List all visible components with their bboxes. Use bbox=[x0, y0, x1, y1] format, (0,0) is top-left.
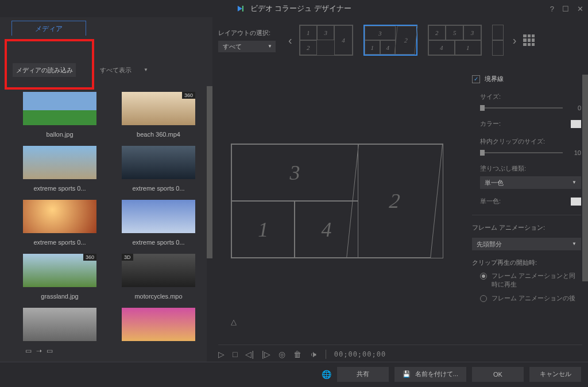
close-icon[interactable]: ✕ bbox=[577, 5, 583, 13]
layout-prev-icon[interactable]: ‹ bbox=[286, 34, 295, 47]
frame-anim-dropdown[interactable]: 先頭部分 bbox=[472, 238, 581, 250]
help-icon[interactable]: ? bbox=[550, 5, 554, 13]
media-thumbnail bbox=[23, 92, 96, 125]
layout-template-selected[interactable]: 3 1 4 2 bbox=[363, 25, 417, 56]
prev-frame-icon[interactable]: ◁| bbox=[245, 350, 254, 359]
media-thumbnail bbox=[122, 200, 195, 233]
layout-filter-dropdown[interactable]: すべて bbox=[218, 41, 276, 52]
layout-next-icon[interactable]: › bbox=[510, 34, 519, 47]
radio-label: フレーム アニメーションと同時に再生 bbox=[492, 272, 581, 289]
canvas-cell[interactable]: 2 bbox=[346, 144, 443, 258]
media-label: extreme sports 0... bbox=[132, 185, 184, 192]
media-item[interactable]: 3D motorcycles.mpo bbox=[116, 254, 201, 300]
app-logo-icon bbox=[237, 5, 247, 13]
media-item[interactable]: ballon.jpg bbox=[17, 92, 102, 138]
inner-clip-slider[interactable] bbox=[480, 152, 563, 153]
media-label: extreme sports 0... bbox=[33, 239, 86, 246]
layout-template[interactable]: 2 5 3 4 1 bbox=[428, 25, 482, 56]
bottom-bar: 🌐 共有 💾 名前を付けて... OK キャンセル bbox=[0, 362, 588, 386]
playback-bar: ▷ □ ◁| |▷ ◎ 🗑 🕩 00;00;00;00 bbox=[218, 345, 582, 359]
fill-type-label: 塗りつぶし種類: bbox=[480, 164, 581, 173]
single-color-swatch[interactable] bbox=[571, 198, 581, 206]
border-checkbox[interactable]: ✓ bbox=[472, 75, 480, 83]
inner-clip-value: 10 bbox=[567, 149, 581, 156]
layout-grid-icon[interactable] bbox=[523, 34, 535, 46]
badge-3d: 3D bbox=[122, 254, 133, 261]
size-value: 0 bbox=[567, 105, 581, 111]
radio-after[interactable] bbox=[480, 295, 487, 302]
media-item[interactable]: extreme sports 0... bbox=[17, 200, 102, 246]
marker-icon[interactable]: △ bbox=[231, 318, 237, 326]
color-swatch[interactable] bbox=[571, 120, 581, 128]
layout-label-block: レイアウトの選択: すべて bbox=[218, 29, 281, 52]
layout-label: レイアウトの選択: bbox=[218, 29, 281, 37]
svg-marker-0 bbox=[238, 6, 242, 11]
volume-icon[interactable]: 🕩 bbox=[310, 350, 318, 359]
design-panel: レイアウトの選択: すべて ‹ 1 2 3 4 3 1 4 2 bbox=[212, 17, 588, 362]
media-label: motorcycles.mpo bbox=[134, 293, 182, 300]
stop-icon[interactable]: □ bbox=[233, 350, 237, 359]
share-button[interactable]: 共有 bbox=[337, 367, 389, 382]
media-thumbnail: 3D bbox=[122, 254, 195, 287]
canvas-cell[interactable]: 1 bbox=[231, 201, 295, 258]
radio-simultaneous[interactable] bbox=[480, 273, 487, 280]
main-area: メディア メディアの読み込み すべて表示 ballon.jpg 360 beac… bbox=[0, 17, 588, 362]
media-item[interactable]: extreme sports 0... bbox=[116, 200, 201, 246]
color-row: カラー: bbox=[480, 119, 581, 128]
media-item[interactable]: 360 beach 360.mp4 bbox=[116, 92, 201, 138]
aspect-wide-icon[interactable]: ▭ bbox=[47, 347, 53, 355]
media-scrollbar[interactable] bbox=[207, 86, 212, 362]
tab-media[interactable]: メディア bbox=[11, 21, 86, 36]
media-item[interactable]: 360 grassland.jpg bbox=[17, 254, 102, 300]
slider-handle[interactable] bbox=[480, 150, 485, 156]
property-scrollbar[interactable] bbox=[582, 75, 588, 356]
media-thumbnail bbox=[23, 146, 96, 179]
media-thumbnail: 360 bbox=[23, 254, 96, 287]
media-label: beach 360.mp4 bbox=[137, 131, 180, 138]
media-label: extreme sports 0... bbox=[33, 185, 86, 192]
size-slider-row: 0 bbox=[480, 105, 581, 111]
cancel-button[interactable]: キャンセル bbox=[529, 367, 581, 382]
window-title: ビデオ コラージュ デザイナー bbox=[237, 3, 351, 14]
snapshot-icon[interactable]: ◎ bbox=[278, 350, 285, 359]
collage-canvas[interactable]: 3 1 4 2 bbox=[231, 144, 443, 258]
next-frame-icon[interactable]: |▷ bbox=[262, 350, 270, 359]
arrow-icon: ➝ bbox=[36, 347, 42, 355]
media-thumbnail bbox=[122, 308, 195, 341]
single-color-row: 単一色: bbox=[480, 197, 581, 206]
inner-clip-slider-row: 10 bbox=[480, 149, 581, 156]
canvas-cell[interactable]: 3 bbox=[231, 144, 358, 201]
media-item[interactable] bbox=[116, 308, 201, 341]
scrollbar-thumb[interactable] bbox=[582, 75, 588, 281]
radio-row-2[interactable]: フレーム アニメーションの後 bbox=[480, 294, 581, 303]
media-item[interactable]: extreme sports 0... bbox=[17, 146, 102, 192]
media-label: ballon.jpg bbox=[46, 131, 73, 138]
clip-start-label: クリップ再生の開始時: bbox=[472, 258, 581, 267]
radio-label: フレーム アニメーションの後 bbox=[492, 294, 575, 303]
border-label: 境界線 bbox=[485, 75, 504, 83]
radio-row-1[interactable]: フレーム アニメーションと同時に再生 bbox=[480, 272, 581, 289]
media-filter-dropdown[interactable]: すべて表示 bbox=[95, 63, 153, 77]
delete-icon[interactable]: 🗑 bbox=[293, 350, 301, 359]
media-item[interactable] bbox=[17, 308, 102, 341]
ok-button[interactable]: OK bbox=[472, 367, 524, 382]
import-media-button[interactable]: メディアの読み込み bbox=[13, 63, 76, 77]
window-controls: ? ☐ ✕ bbox=[550, 5, 583, 13]
media-item[interactable]: extreme sports 0... bbox=[116, 146, 201, 192]
save-as-button[interactable]: 💾 名前を付けて... bbox=[394, 367, 466, 382]
aspect-square-icon[interactable]: ▭ bbox=[25, 347, 32, 355]
slider-handle[interactable] bbox=[480, 105, 485, 111]
size-slider[interactable] bbox=[480, 107, 563, 109]
color-label: カラー: bbox=[480, 119, 501, 128]
fill-type-dropdown[interactable]: 単一色 bbox=[480, 176, 581, 189]
play-icon[interactable]: ▷ bbox=[218, 350, 225, 359]
maximize-icon[interactable]: ☐ bbox=[562, 5, 569, 13]
single-color-label: 単一色: bbox=[480, 197, 501, 206]
scrollbar-thumb[interactable] bbox=[207, 86, 212, 258]
media-label: extreme sports 0... bbox=[132, 239, 184, 246]
layout-template[interactable] bbox=[492, 25, 506, 56]
canvas-area: 3 1 4 2 △ bbox=[218, 69, 459, 339]
globe-icon[interactable]: 🌐 bbox=[322, 370, 331, 379]
layout-template[interactable]: 1 2 3 4 bbox=[299, 25, 353, 56]
title-bar: ビデオ コラージュ デザイナー ? ☐ ✕ bbox=[0, 0, 588, 17]
